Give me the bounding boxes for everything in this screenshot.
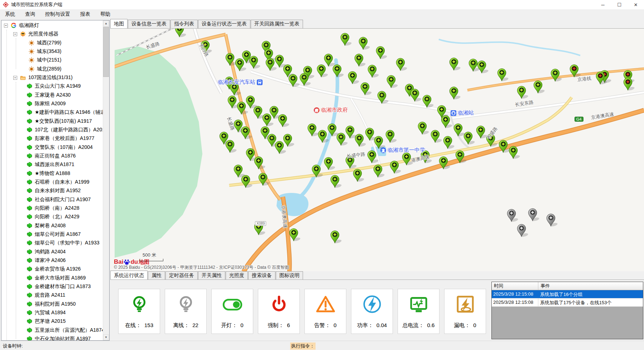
maximize-button[interactable]: ☐ [611,0,628,9]
close-button[interactable]: ✕ [628,0,644,9]
event-row-1[interactable]: 2025/3/28 12:15:08系统加载了175个设备，在线153个 [492,298,643,307]
tree-device-8[interactable]: 南正街转盘 A1876 [1,152,103,160]
minimize-button[interactable]: ─ [595,0,611,9]
menu-item-0[interactable]: 系统 [0,10,20,19]
bottom-tab-4[interactable]: 光照度 [226,271,248,280]
tree-device-29[interactable]: 中石化加油站对面 A1897 [1,335,103,341]
map-canvas[interactable]: 临湘长安汽车站府临湘市政府临湘站文临湘市第一中学长盛路长白路长盛路长盛中路港澳高… [110,28,644,271]
tree-device-28[interactable]: 五里派出所（富源汽配）A1874 [1,326,103,334]
map-pin-online[interactable] [450,58,461,71]
tree-root[interactable]: −临湘路灯 [1,21,103,30]
map-pin-online[interactable] [237,102,248,115]
tree-sensor-3[interactable]: 城北(2859) [1,65,103,73]
map-pin-online[interactable] [477,61,489,74]
map-pin-online[interactable] [396,58,407,72]
event-col-time[interactable]: 时间 [492,282,538,290]
map-pin-online[interactable] [324,157,335,171]
expand-collapse-icon[interactable]: − [13,76,17,80]
map-pin-online[interactable] [175,29,186,38]
event-row-0[interactable]: 2025/3/28 12:15:08系统加载了16个分组 [492,290,643,298]
tree-sensor-1[interactable]: 城东(3543) [1,47,103,56]
tree-device-23[interactable]: 金桥建材市场门口 A1873 [1,282,103,291]
tree-device-13[interactable]: 社会福利院大门口 A1907 [1,195,103,204]
map-pin-online[interactable] [517,86,528,99]
tree-device-20[interactable]: 谭家冲 A2406 [1,256,103,265]
tree-device-11[interactable]: 石咀桥（自来水）A1999 [1,178,103,186]
map-tab-0[interactable]: 地图 [110,19,128,28]
map-pin-online[interactable] [283,134,294,147]
map-pin-online[interactable] [359,37,370,50]
tree-device-7[interactable]: 交警队东（107南）A2004 [1,143,103,152]
tree-device-22[interactable]: 金桥大市场对面 A1869 [1,274,103,282]
bottom-tab-0[interactable]: 系统运行状态 [110,271,148,280]
tree-device-6[interactable]: 彭家巷（党校后面）A1977 [1,134,103,143]
map-tab-4[interactable]: 开关回路属性一览表 [251,20,303,28]
tree-sensor-0[interactable]: 城西(2799) [1,39,103,47]
tree-device-26[interactable]: 汽贸城 A1894 [1,308,103,317]
map-pin-online[interactable] [275,141,286,155]
map-pin-offline[interactable] [517,224,528,238]
map-pin-online[interactable] [498,69,509,82]
map-pin-online[interactable] [289,229,301,242]
map-pin-online[interactable] [476,126,487,139]
map-pin-online[interactable] [308,124,319,137]
map-pin-online[interactable] [353,169,364,183]
map-tab-3[interactable]: 设备运行状态一览表 [198,20,250,28]
tree-device-25[interactable]: 福利院对面 A1950 [1,300,103,308]
map-pin-online[interactable] [324,54,335,67]
map-pin-online[interactable] [376,47,387,60]
tree-device-24[interactable]: 观音路 A2411 [1,291,103,300]
map-pin-online[interactable] [361,83,372,96]
map-pin-online[interactable] [289,74,300,88]
bottom-tab-2[interactable]: 定时器任务 [165,271,198,280]
menu-item-2[interactable]: 控制与设置 [40,10,75,19]
tree-device-18[interactable]: 烟草公司（求知中学）A1933 [1,239,103,247]
map-pin-online[interactable] [331,175,342,189]
map-pin-online[interactable] [226,53,237,67]
bottom-tab-6[interactable]: 图标说明 [276,271,303,280]
tree-device-27[interactable]: 芭茅塘 A2015 [1,317,103,326]
map-pin-offline[interactable] [507,209,518,223]
map-pin-online[interactable] [464,132,475,145]
map-pin-online[interactable] [331,231,342,244]
map-pin-online[interactable] [374,165,385,178]
tree-device-9[interactable]: 城西派出所A1871 [1,160,103,169]
scroll-thumb[interactable] [103,27,109,77]
scroll-up-icon[interactable]: ▲ [103,20,109,26]
map-pin-offline[interactable] [547,214,558,227]
tree-device-12[interactable]: 自来水斜对面 A1952 [1,186,103,195]
map-pin-online[interactable] [534,81,545,94]
expand-collapse-icon[interactable]: − [13,32,17,36]
map-pin-online[interactable] [418,122,429,135]
map-pin-online[interactable] [346,156,357,169]
map-pin-online[interactable] [317,65,328,78]
map-pin-online[interactable] [263,114,274,127]
map-tab-2[interactable]: 指令列表 [170,20,198,28]
map-pin-online[interactable] [509,146,520,160]
map-pin-online[interactable] [450,87,461,100]
bottom-tab-5[interactable]: 搜索设备 [248,271,275,280]
tree-device-14[interactable]: 向阳桥（南）A2428 [1,204,103,213]
map-pin-online[interactable] [355,134,366,147]
map-pin-online[interactable] [254,223,265,236]
map-pin-online[interactable] [235,59,246,72]
map-pin-online[interactable] [337,133,348,146]
map-pin-online[interactable] [254,157,265,170]
map-pin-online[interactable] [368,65,379,78]
tree-device-0[interactable]: 五尖山大门东 A1949 [1,82,103,91]
event-col-event[interactable]: 事件 [538,282,643,290]
map-tab-1[interactable]: 设备信息一览表 [128,20,170,28]
map-pin-online[interactable] [410,89,422,102]
map-pin-online[interactable] [386,130,397,144]
menu-item-4[interactable]: 帮助 [95,10,115,19]
map-pin-online[interactable] [278,115,289,128]
tree-device-15[interactable]: 向阳桥（北）A2429 [1,213,103,221]
tree-device-17[interactable]: 烟草公司对面 A1867 [1,230,103,239]
bottom-tab-3[interactable]: 开关属性 [198,271,225,280]
tree-device-3[interactable]: ★建新中路路口东 A1946（辅道灯） [1,108,103,117]
bottom-tab-1[interactable]: 属性 [148,271,165,280]
tree-device-16[interactable]: 梨树巷 A2408 [1,222,103,230]
map-pin-offline[interactable] [528,209,539,222]
map-pin-online[interactable] [341,33,352,47]
map-pin-online[interactable] [355,54,366,67]
